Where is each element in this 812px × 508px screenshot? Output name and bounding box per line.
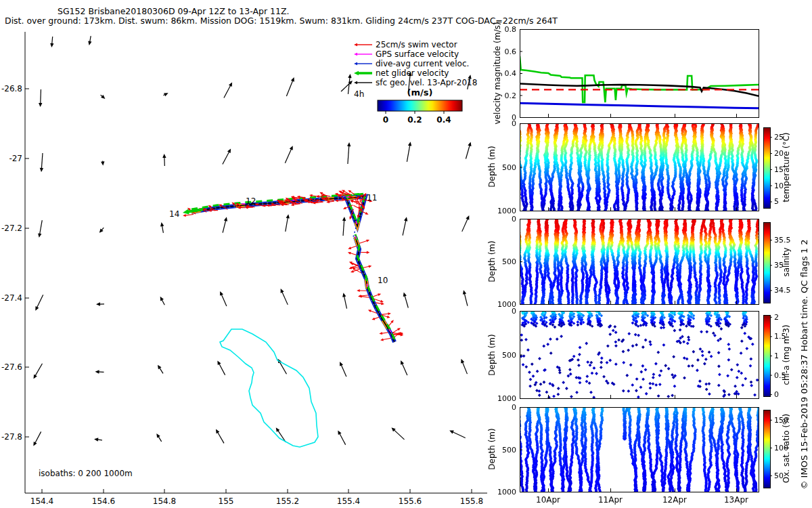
- cbar-label-ox: Ox. sat. ratio (%): [782, 414, 791, 483]
- glider-mission-dashboard: SG152 Brisbane20180306D 09-Apr 12Z to 13…: [0, 0, 812, 508]
- cbar-label-chl: chl-a (mg m-3): [782, 324, 791, 385]
- ylabel-depth-ox: Depth (m): [487, 428, 497, 469]
- cbar-label-sal: salinity: [782, 247, 791, 276]
- ylabel-depth-sal: Depth (m): [487, 240, 497, 282]
- cbar-label-temp: temperature (°C): [782, 133, 791, 203]
- imos-watermark: © IMOS 15-Feb-2019 05:28:37 Hobart time.…: [799, 239, 809, 489]
- timeseries-panels: [0, 0, 812, 508]
- ylabel-depth-chl: Depth (m): [487, 334, 497, 375]
- ylabel-depth-temp: Depth (m): [487, 146, 497, 187]
- ylabel-velocity: velocity magnitude (m/s): [493, 22, 502, 125]
